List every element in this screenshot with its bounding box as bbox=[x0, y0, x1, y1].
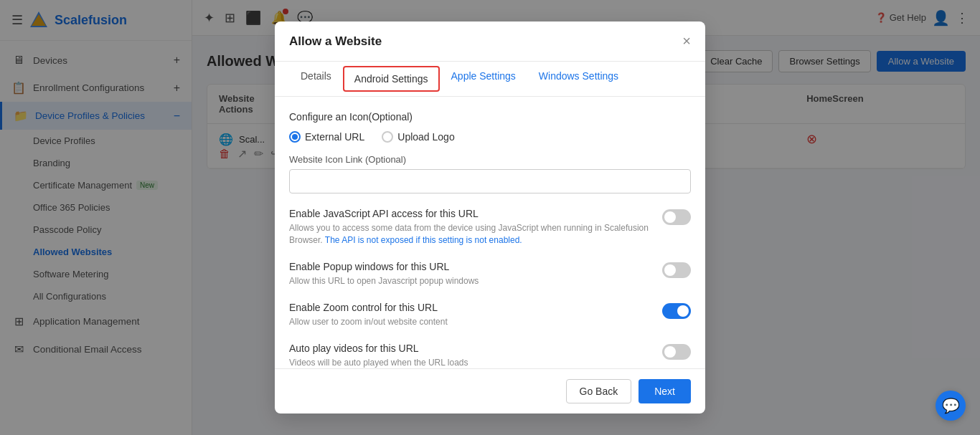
setting-javascript-api: Enable JavaScript API access for this UR… bbox=[289, 208, 691, 247]
tab-android-settings[interactable]: Android Settings bbox=[343, 66, 440, 92]
chat-bubble-button[interactable]: 💬 bbox=[936, 391, 966, 421]
radio-upload-logo[interactable]: Upload Logo bbox=[382, 131, 454, 143]
toggle-autoplay-videos[interactable] bbox=[662, 344, 691, 360]
go-back-button[interactable]: Go Back bbox=[566, 379, 632, 403]
setting-title-popup: Enable Popup windows for this URL bbox=[289, 261, 651, 272]
next-button[interactable]: Next bbox=[639, 379, 691, 403]
api-link[interactable]: The API is not exposed if this setting i… bbox=[325, 235, 522, 245]
radio-upload-logo-label: Upload Logo bbox=[397, 131, 454, 143]
configure-icon-section: Configure an Icon(Optional) External URL… bbox=[289, 111, 691, 193]
toggle-zoom-control[interactable] bbox=[662, 303, 691, 319]
toggle-slider-autoplay bbox=[662, 344, 691, 360]
modal-footer: Go Back Next bbox=[275, 368, 705, 414]
modal: Allow a Website × Details Android Settin… bbox=[275, 21, 705, 413]
chat-bubble-icon: 💬 bbox=[942, 397, 960, 414]
radio-group: External URL Upload Logo bbox=[289, 131, 691, 143]
setting-desc-zoom: Allow user to zoom in/out website conten… bbox=[289, 316, 651, 328]
modal-header: Allow a Website × bbox=[275, 21, 705, 62]
setting-info-zoom: Enable Zoom control for this URL Allow u… bbox=[289, 302, 651, 328]
setting-info-popup: Enable Popup windows for this URL Allow … bbox=[289, 261, 651, 287]
toggle-javascript-api[interactable] bbox=[662, 209, 691, 225]
tab-apple-settings[interactable]: Apple Settings bbox=[440, 62, 527, 97]
configure-icon-label: Configure an Icon(Optional) bbox=[289, 111, 691, 123]
tab-windows-settings[interactable]: Windows Settings bbox=[527, 62, 630, 97]
radio-external-url[interactable]: External URL bbox=[289, 131, 364, 143]
setting-info-autoplay: Auto play videos for this URL Videos wil… bbox=[289, 343, 651, 368]
modal-body: Configure an Icon(Optional) External URL… bbox=[275, 97, 705, 368]
toggle-slider-zoom bbox=[662, 303, 691, 319]
setting-popup-windows: Enable Popup windows for this URL Allow … bbox=[289, 261, 691, 287]
setting-desc-autoplay: Videos will be auto played when the URL … bbox=[289, 357, 651, 368]
icon-link-input[interactable] bbox=[289, 169, 691, 193]
radio-circle-external bbox=[289, 131, 301, 143]
setting-title-zoom: Enable Zoom control for this URL bbox=[289, 302, 651, 313]
modal-overlay[interactable]: Allow a Website × Details Android Settin… bbox=[0, 0, 980, 435]
setting-title-autoplay: Auto play videos for this URL bbox=[289, 343, 651, 354]
toggle-slider bbox=[662, 262, 691, 278]
setting-autoplay-videos: Auto play videos for this URL Videos wil… bbox=[289, 343, 691, 368]
setting-info-javascript: Enable JavaScript API access for this UR… bbox=[289, 208, 651, 247]
modal-close-button[interactable]: × bbox=[682, 33, 691, 49]
toggle-popup-windows[interactable] bbox=[662, 262, 691, 278]
setting-desc-javascript: Allows you to access some data from the … bbox=[289, 222, 651, 247]
setting-title-javascript: Enable JavaScript API access for this UR… bbox=[289, 208, 651, 219]
icon-link-label: Website Icon Link (Optional) bbox=[289, 154, 691, 165]
tab-details[interactable]: Details bbox=[289, 62, 343, 97]
radio-external-url-label: External URL bbox=[305, 131, 364, 143]
modal-title: Allow a Website bbox=[289, 34, 382, 49]
modal-tabs: Details Android Settings Apple Settings … bbox=[275, 62, 705, 97]
setting-desc-popup: Allow this URL to open Javascript popup … bbox=[289, 275, 651, 287]
radio-circle-upload bbox=[382, 131, 393, 143]
toggle-slider bbox=[662, 209, 691, 225]
setting-zoom-control: Enable Zoom control for this URL Allow u… bbox=[289, 302, 691, 328]
